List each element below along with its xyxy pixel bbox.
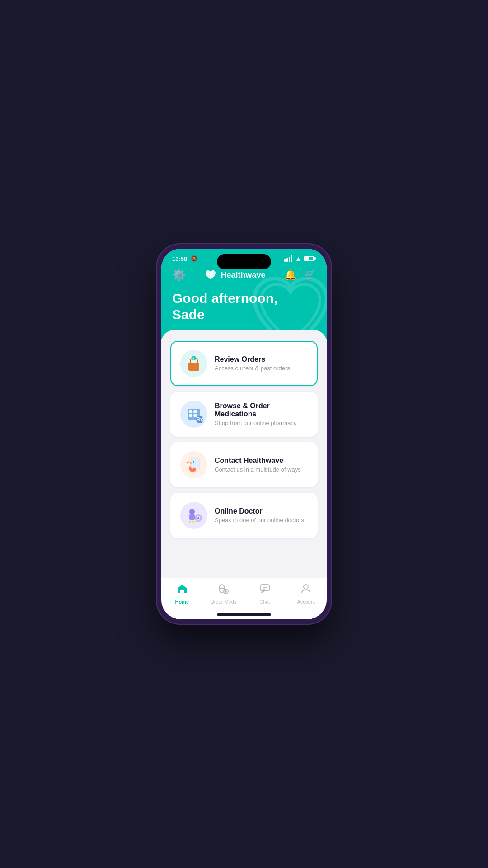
menu-card-contact[interactable]: Contact Healthwave Contact us in a multi… — [170, 442, 318, 487]
time-display: 13:58 — [172, 255, 187, 262]
chat-icon — [259, 583, 271, 597]
battery-icon — [304, 256, 316, 261]
signal-icon — [284, 255, 292, 262]
settings-icon[interactable]: ⚙️ — [172, 269, 186, 281]
dynamic-island — [217, 254, 271, 269]
review-orders-title: Review Orders — [215, 355, 308, 363]
order-meds-icon — [217, 583, 229, 597]
svg-text:Rx: Rx — [196, 416, 203, 423]
header-area: ⚙️ Healthwave 🔔 🛒 Good afternoon, Sade — [161, 265, 327, 339]
online-doctor-subtitle: Speak to one of our online doctors — [215, 517, 308, 524]
phone-screen: 13:58 🔕 ▲ — [161, 249, 327, 619]
nav-home[interactable]: Home — [161, 583, 203, 604]
svg-rect-5 — [189, 414, 192, 417]
home-icon — [176, 583, 188, 597]
menu-card-browse-medications[interactable]: Rx Browse & Order Medications Shop from … — [170, 392, 318, 437]
svg-text:★★★: ★★★ — [188, 519, 198, 524]
contact-title: Contact Healthwave — [215, 457, 308, 465]
svg-point-16 — [197, 517, 199, 519]
svg-rect-4 — [193, 410, 197, 413]
svg-rect-10 — [192, 459, 199, 468]
menu-card-online-doctor[interactable]: ★★★ Online Doctor Speak to one of our on… — [170, 493, 318, 538]
contact-icon — [180, 451, 207, 478]
browse-medications-text: Browse & Order Medications Shop from our… — [215, 402, 308, 426]
nav-chat[interactable]: Chat — [244, 583, 286, 604]
nav-order-meds[interactable]: Order Meds — [203, 583, 244, 604]
svg-rect-3 — [189, 410, 192, 413]
nav-account[interactable]: Account — [286, 583, 327, 604]
main-content: Review Orders Access current & past orde… — [161, 330, 327, 578]
svg-point-26 — [304, 585, 308, 589]
logo-icon — [204, 269, 217, 281]
browse-medications-icon: Rx — [180, 401, 207, 428]
wifi-icon: ▲ — [295, 255, 301, 262]
status-icons: ▲ — [284, 255, 316, 262]
online-doctor-title: Online Doctor — [215, 507, 308, 515]
svg-point-12 — [189, 509, 195, 514]
menu-card-review-orders[interactable]: Review Orders Access current & past orde… — [170, 341, 318, 386]
mute-icon: 🔕 — [191, 255, 197, 262]
account-icon — [300, 583, 312, 597]
contact-subtitle: Contact us in a multitude of ways — [215, 466, 308, 473]
account-label: Account — [297, 599, 315, 604]
review-orders-text: Review Orders Access current & past orde… — [215, 355, 308, 372]
browse-medications-title: Browse & Order Medications — [215, 402, 308, 418]
online-doctor-text: Online Doctor Speak to one of our online… — [215, 507, 308, 524]
order-meds-label: Order Meds — [210, 599, 236, 604]
svg-rect-0 — [188, 363, 199, 371]
home-label: Home — [175, 599, 189, 604]
contact-text: Contact Healthwave Contact us in a multi… — [215, 457, 308, 473]
review-orders-icon — [180, 350, 207, 377]
online-doctor-icon: ★★★ — [180, 502, 207, 529]
phone-frame: 13:58 🔕 ▲ — [156, 243, 332, 625]
bottom-nav: Home Order Meds — [161, 578, 327, 613]
home-bar — [217, 613, 271, 616]
browse-medications-subtitle: Shop from our online pharmacy — [215, 420, 308, 426]
home-indicator — [161, 613, 327, 619]
chat-label: Chat — [259, 599, 270, 604]
review-orders-subtitle: Access current & past orders — [215, 365, 308, 372]
